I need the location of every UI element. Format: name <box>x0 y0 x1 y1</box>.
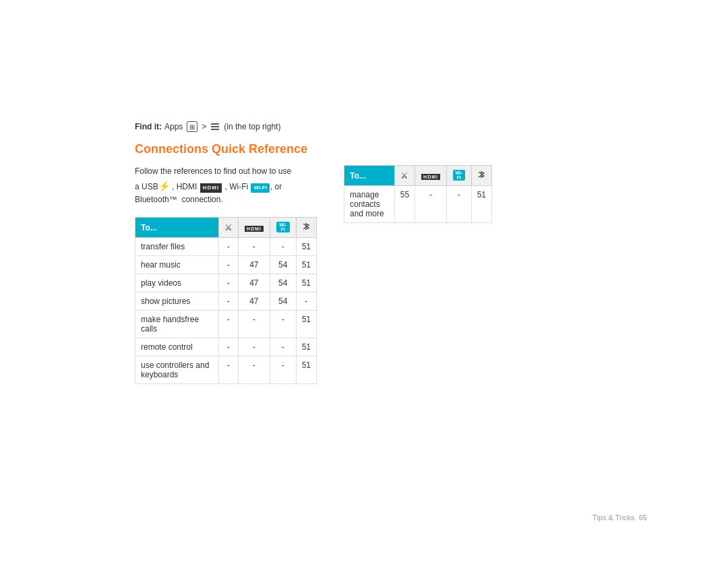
row-wifi: 54 <box>270 274 296 292</box>
row-hdmi: - <box>238 356 270 384</box>
row-wifi: - <box>447 186 472 223</box>
table-row: show pictures - 47 54 - <box>135 292 317 311</box>
row-hdmi: - <box>415 186 447 223</box>
svg-rect-2 <box>211 129 219 130</box>
row-usb: - <box>218 292 238 311</box>
right-hdmi-badge: HDMI <box>421 174 440 180</box>
find-it-label: Find it: <box>135 122 162 131</box>
right-table: To... ⚔ HDMI Wi-Fi <box>344 165 492 223</box>
usb-icon: ⚔ <box>224 222 233 232</box>
col-header-to: To... <box>135 218 219 238</box>
row-wifi: 54 <box>270 256 296 274</box>
row-bt: 51 <box>296 238 316 256</box>
svg-rect-1 <box>211 126 219 127</box>
row-usb: - <box>218 238 238 256</box>
row-wifi: - <box>270 311 296 338</box>
row-hdmi: 47 <box>238 274 270 292</box>
svg-rect-0 <box>211 123 219 125</box>
table-row: play videos - 47 54 51 <box>135 274 317 292</box>
find-it-apps: Apps <box>164 122 183 131</box>
right-wifi-badge: Wi-Fi <box>453 170 465 181</box>
col-header-hdmi: HDMI <box>238 218 270 238</box>
find-it-suffix: (in the top right) <box>224 122 280 131</box>
row-wifi: 54 <box>270 292 296 311</box>
row-usb: - <box>218 356 238 384</box>
table-row: manage contacts and more 55 - - 51 <box>344 186 492 223</box>
row-usb: - <box>218 311 238 338</box>
footer: Tips & Tricks 65 <box>593 513 647 522</box>
col-header-usb: ⚔ <box>218 218 238 238</box>
apps-icon: ⊞ <box>187 121 198 132</box>
table-row: transfer files - - - 51 <box>135 238 317 256</box>
menu-icon <box>210 122 220 131</box>
row-usb: 55 <box>394 186 415 223</box>
footer-page: 65 <box>639 513 647 522</box>
row-bt: 51 <box>296 274 316 292</box>
right-col-header-wifi: Wi-Fi <box>447 166 472 186</box>
table-row: remote control - - - 51 <box>135 338 317 356</box>
row-label: remote control <box>135 338 219 356</box>
right-col-header-bt <box>471 166 491 186</box>
table-row: make handsfree calls - - - 51 <box>135 311 317 338</box>
row-label: play videos <box>135 274 219 292</box>
find-it-line: Find it: Apps ⊞ > (in the top right) <box>135 121 607 132</box>
row-hdmi: 47 <box>238 292 270 311</box>
right-col-header-hdmi: HDMI <box>415 166 447 186</box>
description: Follow the references to find out how to… <box>135 165 297 206</box>
bt-icon <box>302 222 310 231</box>
footer-tips: Tips & Tricks <box>593 513 635 522</box>
col-header-bt <box>296 218 316 238</box>
row-label: show pictures <box>135 292 219 311</box>
row-usb: - <box>218 338 238 356</box>
find-it-arrow: > <box>202 122 206 131</box>
row-bt: 51 <box>296 311 316 338</box>
right-col-header-usb: ⚔ <box>394 166 415 186</box>
row-hdmi: - <box>238 338 270 356</box>
row-hdmi: - <box>238 311 270 338</box>
row-wifi: - <box>270 356 296 384</box>
row-usb: - <box>218 256 238 274</box>
row-label: transfer files <box>135 238 219 256</box>
wifi-header-badge: Wi-Fi <box>276 222 290 232</box>
row-wifi: - <box>270 338 296 356</box>
col-header-wifi: Wi-Fi <box>270 218 296 238</box>
table-row: hear music - 47 54 51 <box>135 256 317 274</box>
row-wifi: - <box>270 238 296 256</box>
row-usb: - <box>218 274 238 292</box>
row-label: hear music <box>135 256 219 274</box>
right-bt-icon <box>477 170 485 179</box>
section-title: Connections Quick Reference <box>135 142 607 157</box>
hdmi-badge: HDMI <box>200 183 222 193</box>
row-label: use controllers and keyboards <box>135 356 219 384</box>
usb-symbol: ⚡ <box>158 181 170 191</box>
hdmi-header-badge: HDMI <box>245 226 264 232</box>
right-col-header-to: To... <box>344 166 395 186</box>
row-hdmi: - <box>238 238 270 256</box>
row-bt: 51 <box>471 186 491 223</box>
row-bt: 51 <box>296 356 316 384</box>
row-hdmi: 47 <box>238 256 270 274</box>
wifi-badge: Wi-Fi <box>251 183 269 193</box>
row-bt: - <box>296 292 316 311</box>
row-bt: 51 <box>296 256 316 274</box>
row-bt: 51 <box>296 338 316 356</box>
row-label: manage contacts and more <box>344 186 395 223</box>
row-label: make handsfree calls <box>135 311 219 338</box>
right-usb-icon: ⚔ <box>400 170 408 181</box>
left-table: To... ⚔ HDMI Wi-Fi <box>135 217 317 384</box>
table-row: use controllers and keyboards - - - 51 <box>135 356 317 384</box>
